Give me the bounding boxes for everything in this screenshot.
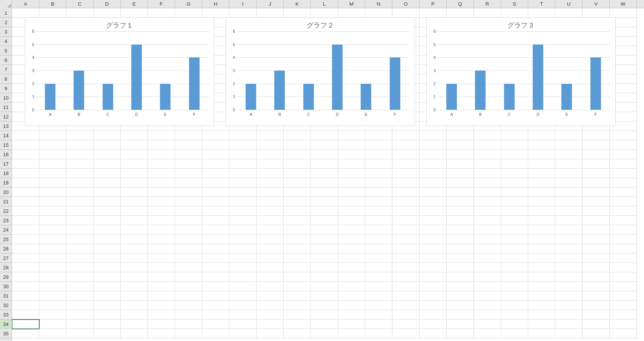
cell-F19[interactable]: [148, 178, 175, 187]
cell-R27[interactable]: [474, 253, 501, 263]
chart-2[interactable]: グラフ２0123456ABCDEF: [226, 17, 415, 126]
cell-T33[interactable]: [528, 310, 555, 319]
bar-F[interactable]: [390, 57, 400, 110]
cell-A29[interactable]: [12, 272, 39, 282]
cell-W27[interactable]: [610, 253, 637, 263]
cell-I25[interactable]: [229, 235, 257, 244]
cell-T14[interactable]: [528, 131, 555, 140]
cell-V30[interactable]: [583, 282, 610, 291]
cell-G1[interactable]: [175, 8, 202, 18]
cell-Q22[interactable]: [447, 206, 474, 216]
cell-H29[interactable]: [202, 272, 229, 282]
row-header-29[interactable]: 29: [0, 272, 12, 282]
cell-C22[interactable]: [66, 206, 94, 216]
cell-K28[interactable]: [284, 263, 311, 272]
cell-G28[interactable]: [175, 263, 202, 272]
cell-W25[interactable]: [610, 235, 637, 244]
cell-J21[interactable]: [257, 197, 284, 206]
cell-U33[interactable]: [555, 310, 583, 319]
cell-C1[interactable]: [66, 8, 94, 18]
cell-O22[interactable]: [392, 206, 420, 216]
cell-H34[interactable]: [202, 319, 229, 329]
cell-D16[interactable]: [94, 150, 121, 159]
cell-N26[interactable]: [365, 244, 392, 253]
cell-K23[interactable]: [284, 216, 311, 225]
cell-Q26[interactable]: [447, 244, 474, 253]
cell-W15[interactable]: [610, 140, 637, 150]
column-header-R[interactable]: R: [474, 0, 501, 8]
cell-H1[interactable]: [202, 8, 229, 18]
cell-M34[interactable]: [338, 319, 365, 329]
column-header-N[interactable]: N: [365, 0, 392, 8]
cell-Q20[interactable]: [447, 187, 474, 197]
cell-U15[interactable]: [555, 140, 583, 150]
cell-W23[interactable]: [610, 216, 637, 225]
cell-J19[interactable]: [257, 178, 284, 187]
cell-V20[interactable]: [583, 187, 610, 197]
cell-V22[interactable]: [583, 206, 610, 216]
cell-E19[interactable]: [121, 178, 148, 187]
cell-P21[interactable]: [420, 197, 447, 206]
cell-G35[interactable]: [175, 329, 202, 338]
cell-F18[interactable]: [148, 169, 175, 178]
cell-P14[interactable]: [420, 131, 447, 140]
cell-Q1[interactable]: [447, 8, 474, 18]
cell-K34[interactable]: [284, 319, 311, 329]
cell-F29[interactable]: [148, 272, 175, 282]
cell-O20[interactable]: [392, 187, 420, 197]
row-header-11[interactable]: 11: [0, 103, 12, 112]
cell-L25[interactable]: [311, 235, 338, 244]
bar-A[interactable]: [446, 84, 457, 110]
cell-B18[interactable]: [39, 169, 66, 178]
cell-W33[interactable]: [610, 310, 637, 319]
column-header-G[interactable]: G: [175, 0, 202, 8]
cell-W30[interactable]: [610, 282, 637, 291]
row-header-12[interactable]: 12: [0, 112, 12, 121]
cell-R35[interactable]: [474, 329, 501, 338]
row-header-35[interactable]: 35: [0, 329, 12, 338]
cell-B20[interactable]: [39, 187, 66, 197]
cell-O29[interactable]: [392, 272, 420, 282]
cell-F28[interactable]: [148, 263, 175, 272]
cell-F20[interactable]: [148, 187, 175, 197]
row-header-23[interactable]: 23: [0, 216, 12, 225]
cell-S35[interactable]: [501, 329, 528, 338]
cell-S1[interactable]: [501, 8, 528, 18]
column-header-H[interactable]: H: [202, 0, 229, 8]
cell-E16[interactable]: [121, 150, 148, 159]
cell-L22[interactable]: [311, 206, 338, 216]
cell-U19[interactable]: [555, 178, 583, 187]
cell-I35[interactable]: [229, 329, 257, 338]
cell-T18[interactable]: [528, 169, 555, 178]
cell-T25[interactable]: [528, 235, 555, 244]
bar-E[interactable]: [561, 84, 572, 110]
cell-P19[interactable]: [420, 178, 447, 187]
cell-R17[interactable]: [474, 159, 501, 169]
cell-J35[interactable]: [257, 329, 284, 338]
cell-K20[interactable]: [284, 187, 311, 197]
cell-T28[interactable]: [528, 263, 555, 272]
cell-B35[interactable]: [39, 329, 66, 338]
cell-L18[interactable]: [311, 169, 338, 178]
cell-S23[interactable]: [501, 216, 528, 225]
cell-N22[interactable]: [365, 206, 392, 216]
cell-E20[interactable]: [121, 187, 148, 197]
cell-F22[interactable]: [148, 206, 175, 216]
cell-E22[interactable]: [121, 206, 148, 216]
cell-P15[interactable]: [420, 140, 447, 150]
cell-H14[interactable]: [202, 131, 229, 140]
cell-P23[interactable]: [420, 216, 447, 225]
cell-I33[interactable]: [229, 310, 257, 319]
cell-N27[interactable]: [365, 253, 392, 263]
row-header-14[interactable]: 14: [0, 131, 12, 140]
cell-D19[interactable]: [94, 178, 121, 187]
cell-W32[interactable]: [610, 301, 637, 310]
bar-F[interactable]: [189, 57, 200, 110]
column-header-M[interactable]: M: [338, 0, 365, 8]
cell-F16[interactable]: [148, 150, 175, 159]
cell-A25[interactable]: [12, 235, 39, 244]
cell-M16[interactable]: [338, 150, 365, 159]
cell-T27[interactable]: [528, 253, 555, 263]
cell-W21[interactable]: [610, 197, 637, 206]
cell-H26[interactable]: [202, 244, 229, 253]
